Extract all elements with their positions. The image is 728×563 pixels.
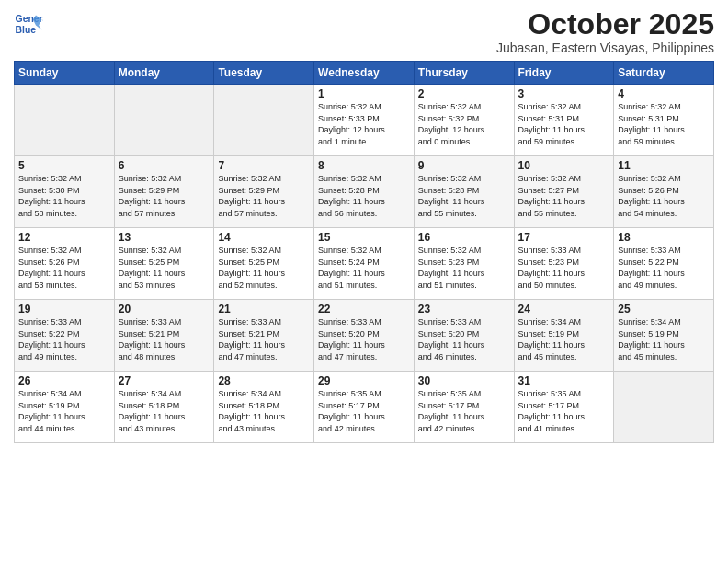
logo-icon: General Blue (14, 9, 43, 39)
weekday-header-wednesday: Wednesday (314, 62, 415, 85)
calendar-cell: 4Sunrise: 5:32 AM Sunset: 5:31 PM Daylig… (614, 85, 714, 156)
calendar-cell: 11Sunrise: 5:32 AM Sunset: 5:26 PM Dayli… (614, 156, 714, 228)
calendar-cell: 2Sunrise: 5:32 AM Sunset: 5:32 PM Daylig… (414, 85, 514, 156)
day-info: Sunrise: 5:35 AM Sunset: 5:17 PM Dayligh… (318, 388, 410, 434)
day-number: 30 (418, 374, 510, 387)
calendar-cell: 26Sunrise: 5:34 AM Sunset: 5:19 PM Dayli… (15, 372, 115, 443)
day-info: Sunrise: 5:33 AM Sunset: 5:21 PM Dayligh… (218, 316, 310, 362)
calendar-cell: 19Sunrise: 5:33 AM Sunset: 5:22 PM Dayli… (15, 300, 115, 372)
title-area: October 2025 Jubasan, Eastern Visayas, P… (496, 9, 714, 55)
calendar-cell: 29Sunrise: 5:35 AM Sunset: 5:17 PM Dayli… (314, 372, 415, 443)
calendar-cell (614, 372, 714, 443)
day-number: 25 (618, 303, 710, 316)
subtitle: Jubasan, Eastern Visayas, Philippines (496, 40, 714, 55)
day-info: Sunrise: 5:34 AM Sunset: 5:19 PM Dayligh… (518, 316, 610, 362)
day-number: 20 (119, 303, 210, 316)
calendar-cell: 20Sunrise: 5:33 AM Sunset: 5:21 PM Dayli… (114, 300, 214, 372)
day-number: 19 (18, 303, 110, 316)
day-number: 27 (119, 374, 210, 387)
weekday-header-thursday: Thursday (414, 62, 514, 85)
day-number: 11 (618, 159, 710, 172)
day-number: 12 (18, 231, 110, 244)
weekday-header-friday: Friday (514, 62, 614, 85)
calendar-cell: 16Sunrise: 5:32 AM Sunset: 5:23 PM Dayli… (414, 228, 514, 300)
calendar-cell (15, 85, 115, 156)
day-number: 17 (518, 231, 610, 244)
calendar-cell: 14Sunrise: 5:32 AM Sunset: 5:25 PM Dayli… (214, 228, 314, 300)
calendar-cell: 28Sunrise: 5:34 AM Sunset: 5:18 PM Dayli… (214, 372, 314, 443)
calendar-cell: 3Sunrise: 5:32 AM Sunset: 5:31 PM Daylig… (514, 85, 614, 156)
day-number: 3 (518, 87, 610, 100)
calendar-cell: 17Sunrise: 5:33 AM Sunset: 5:23 PM Dayli… (514, 228, 614, 300)
day-info: Sunrise: 5:35 AM Sunset: 5:17 PM Dayligh… (518, 388, 610, 434)
day-number: 6 (119, 159, 210, 172)
day-info: Sunrise: 5:33 AM Sunset: 5:22 PM Dayligh… (618, 245, 710, 291)
day-number: 22 (318, 303, 410, 316)
day-info: Sunrise: 5:32 AM Sunset: 5:26 PM Dayligh… (18, 245, 110, 291)
weekday-header-sunday: Sunday (15, 62, 115, 85)
weekday-header-tuesday: Tuesday (214, 62, 314, 85)
day-info: Sunrise: 5:32 AM Sunset: 5:32 PM Dayligh… (418, 101, 510, 147)
weekday-header-saturday: Saturday (614, 62, 714, 85)
day-number: 1 (318, 87, 410, 100)
calendar-cell: 8Sunrise: 5:32 AM Sunset: 5:28 PM Daylig… (314, 156, 415, 228)
weekday-header-monday: Monday (114, 62, 214, 85)
day-info: Sunrise: 5:34 AM Sunset: 5:18 PM Dayligh… (218, 388, 310, 434)
day-number: 28 (218, 374, 310, 387)
day-info: Sunrise: 5:32 AM Sunset: 5:25 PM Dayligh… (218, 245, 310, 291)
calendar-cell: 5Sunrise: 5:32 AM Sunset: 5:30 PM Daylig… (15, 156, 115, 228)
day-info: Sunrise: 5:33 AM Sunset: 5:21 PM Dayligh… (119, 316, 210, 362)
week-row-3: 19Sunrise: 5:33 AM Sunset: 5:22 PM Dayli… (15, 300, 714, 372)
day-info: Sunrise: 5:32 AM Sunset: 5:26 PM Dayligh… (618, 173, 710, 219)
day-info: Sunrise: 5:33 AM Sunset: 5:20 PM Dayligh… (418, 316, 510, 362)
day-info: Sunrise: 5:34 AM Sunset: 5:19 PM Dayligh… (18, 388, 110, 434)
day-number: 14 (218, 231, 310, 244)
day-number: 31 (518, 374, 610, 387)
week-row-2: 12Sunrise: 5:32 AM Sunset: 5:26 PM Dayli… (15, 228, 714, 300)
day-info: Sunrise: 5:34 AM Sunset: 5:18 PM Dayligh… (119, 388, 210, 434)
day-info: Sunrise: 5:32 AM Sunset: 5:31 PM Dayligh… (518, 101, 610, 147)
day-number: 23 (418, 303, 510, 316)
svg-text:Blue: Blue (16, 25, 37, 35)
day-info: Sunrise: 5:33 AM Sunset: 5:20 PM Dayligh… (318, 316, 410, 362)
calendar-cell: 12Sunrise: 5:32 AM Sunset: 5:26 PM Dayli… (15, 228, 115, 300)
header: General Blue October 2025 Jubasan, Easte… (14, 9, 714, 55)
day-info: Sunrise: 5:33 AM Sunset: 5:23 PM Dayligh… (518, 245, 610, 291)
page: General Blue October 2025 Jubasan, Easte… (0, 0, 728, 563)
day-info: Sunrise: 5:32 AM Sunset: 5:27 PM Dayligh… (518, 173, 610, 219)
day-info: Sunrise: 5:32 AM Sunset: 5:23 PM Dayligh… (418, 245, 510, 291)
calendar-cell: 6Sunrise: 5:32 AM Sunset: 5:29 PM Daylig… (114, 156, 214, 228)
calendar-cell: 25Sunrise: 5:34 AM Sunset: 5:19 PM Dayli… (614, 300, 714, 372)
calendar-cell: 21Sunrise: 5:33 AM Sunset: 5:21 PM Dayli… (214, 300, 314, 372)
day-info: Sunrise: 5:32 AM Sunset: 5:28 PM Dayligh… (418, 173, 510, 219)
calendar-cell: 23Sunrise: 5:33 AM Sunset: 5:20 PM Dayli… (414, 300, 514, 372)
calendar-cell: 13Sunrise: 5:32 AM Sunset: 5:25 PM Dayli… (114, 228, 214, 300)
logo: General Blue (14, 9, 43, 39)
calendar: SundayMondayTuesdayWednesdayThursdayFrid… (14, 61, 714, 443)
day-info: Sunrise: 5:32 AM Sunset: 5:31 PM Dayligh… (618, 101, 710, 147)
calendar-cell: 27Sunrise: 5:34 AM Sunset: 5:18 PM Dayli… (114, 372, 214, 443)
day-number: 5 (18, 159, 110, 172)
week-row-0: 1Sunrise: 5:32 AM Sunset: 5:33 PM Daylig… (15, 85, 714, 156)
day-number: 7 (218, 159, 310, 172)
day-info: Sunrise: 5:32 AM Sunset: 5:24 PM Dayligh… (318, 245, 410, 291)
day-number: 2 (418, 87, 510, 100)
day-info: Sunrise: 5:32 AM Sunset: 5:30 PM Dayligh… (18, 173, 110, 219)
calendar-cell: 15Sunrise: 5:32 AM Sunset: 5:24 PM Dayli… (314, 228, 415, 300)
day-info: Sunrise: 5:32 AM Sunset: 5:33 PM Dayligh… (318, 101, 410, 147)
day-info: Sunrise: 5:33 AM Sunset: 5:22 PM Dayligh… (18, 316, 110, 362)
calendar-cell: 30Sunrise: 5:35 AM Sunset: 5:17 PM Dayli… (414, 372, 514, 443)
calendar-cell: 18Sunrise: 5:33 AM Sunset: 5:22 PM Dayli… (614, 228, 714, 300)
day-number: 15 (318, 231, 410, 244)
day-info: Sunrise: 5:32 AM Sunset: 5:25 PM Dayligh… (119, 245, 210, 291)
calendar-cell: 7Sunrise: 5:32 AM Sunset: 5:29 PM Daylig… (214, 156, 314, 228)
day-number: 4 (618, 87, 710, 100)
month-title: October 2025 (496, 9, 714, 39)
day-number: 10 (518, 159, 610, 172)
day-info: Sunrise: 5:34 AM Sunset: 5:19 PM Dayligh… (618, 316, 710, 362)
day-number: 16 (418, 231, 510, 244)
day-info: Sunrise: 5:32 AM Sunset: 5:29 PM Dayligh… (218, 173, 310, 219)
day-info: Sunrise: 5:32 AM Sunset: 5:28 PM Dayligh… (318, 173, 410, 219)
week-row-1: 5Sunrise: 5:32 AM Sunset: 5:30 PM Daylig… (15, 156, 714, 228)
day-number: 18 (618, 231, 710, 244)
